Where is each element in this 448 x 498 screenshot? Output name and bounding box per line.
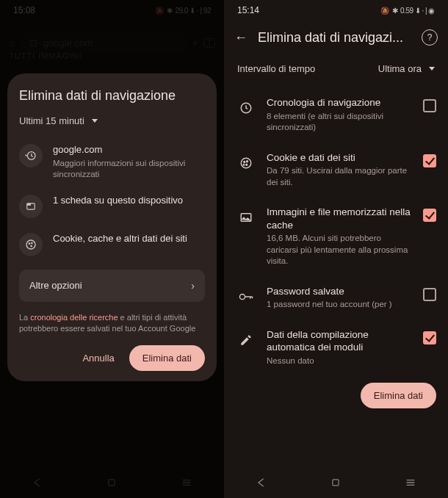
clear-data-modal: Elimina dati di navigazione Ultimi 15 mi… <box>7 73 217 381</box>
list-item[interactable]: Immagini e file memorizzati nella cache … <box>234 197 438 276</box>
cookies-row-label: Cookie, cache e altri dati dei siti <box>53 233 205 245</box>
svg-point-9 <box>241 158 251 168</box>
android-navbar <box>224 467 448 498</box>
site-domain: google.com <box>53 144 205 156</box>
list-item[interactable]: Cronologia di navigazione 8 elementi (e … <box>234 87 438 142</box>
time-range-dropdown[interactable]: Ultimi 15 minuti <box>19 115 205 126</box>
time-range-label: Intervallo di tempo <box>237 63 315 74</box>
svg-point-11 <box>247 160 248 162</box>
item-sub: 1 password nel tuo account (per ) <box>267 299 413 311</box>
screen-left-modal: 15:08 🔕✱29.0 ⬇︎ · | 92 ⌂ ⊡ google.com + … <box>0 0 224 498</box>
chevron-right-icon: › <box>191 280 195 292</box>
item-title: Cookie e dati dei siti <box>267 151 413 165</box>
modal-title: Elimina dati di navigazione <box>19 88 205 104</box>
item-checkbox[interactable] <box>423 154 436 167</box>
item-checkbox[interactable] <box>423 99 436 112</box>
tabs-row[interactable]: 1 scheda su questo dispositivo <box>19 187 205 225</box>
tab-icon <box>19 195 43 218</box>
back-icon[interactable]: ← <box>234 30 248 46</box>
key-icon <box>236 286 256 307</box>
svg-point-15 <box>239 294 245 299</box>
cookie-icon <box>236 153 256 173</box>
more-options-button[interactable]: Altre opzioni › <box>19 270 205 302</box>
item-checkbox[interactable] <box>423 331 436 344</box>
item-checkbox[interactable] <box>423 209 436 222</box>
status-time: 15:14 <box>237 5 259 15</box>
clock-icon <box>236 98 256 118</box>
chevron-down-icon <box>429 67 435 71</box>
svg-point-5 <box>32 242 32 243</box>
help-icon[interactable]: ? <box>422 29 438 46</box>
nav-home-icon[interactable] <box>321 474 350 491</box>
more-options-label: Altre opzioni <box>29 280 82 291</box>
edit-icon <box>236 330 256 350</box>
item-title: Dati della compilazione automatica dei m… <box>267 328 413 354</box>
confirm-button[interactable]: Elimina dati <box>361 383 436 408</box>
svg-point-13 <box>243 164 245 165</box>
clear-data-list: Cronologia di navigazione 8 elementi (e … <box>224 87 448 375</box>
disclaimer-text: La cronologia delle ricerche e altri tip… <box>19 312 205 335</box>
appbar-title: Elimina dati di navigazi... <box>258 30 411 46</box>
item-title: Password salvate <box>267 285 413 298</box>
svg-point-12 <box>246 164 248 165</box>
confirm-button[interactable]: Elimina dati <box>129 345 205 371</box>
list-item[interactable]: Password salvate 1 password nel tuo acco… <box>234 276 438 320</box>
status-icons: 🔕✱0.59 ⬇︎ · | ◉ <box>380 7 435 15</box>
item-sub: Nessun dato <box>267 356 413 367</box>
svg-rect-16 <box>333 480 339 486</box>
status-bar: 15:14 🔕✱0.59 ⬇︎ · | ◉ <box>224 0 448 21</box>
cookies-row[interactable]: Cookie, cache e altri dati dei siti <box>19 225 205 264</box>
svg-rect-2 <box>27 203 31 206</box>
cancel-button[interactable]: Annulla <box>72 345 124 371</box>
item-title: Immagini e file memorizzati nella cache <box>267 206 413 231</box>
nav-back-icon[interactable] <box>247 474 276 491</box>
appbar: ← Elimina dati di navigazi... ? <box>224 21 448 53</box>
site-sub: Maggiori informazioni sui dispositivi si… <box>53 158 205 180</box>
svg-point-6 <box>31 245 32 246</box>
svg-point-10 <box>244 161 245 162</box>
cookie-icon <box>19 233 43 256</box>
time-range-row[interactable]: Intervallo di tempo Ultima ora <box>224 53 448 87</box>
item-checkbox[interactable] <box>423 288 436 301</box>
image-icon <box>236 207 256 228</box>
tabs-row-label: 1 scheda su questo dispositivo <box>53 195 205 207</box>
time-range-value: Ultima ora <box>378 63 422 74</box>
screen-right-list: 15:14 🔕✱0.59 ⬇︎ · | ◉ ← Elimina dati di … <box>224 0 448 498</box>
history-icon <box>19 144 43 167</box>
svg-point-3 <box>26 240 35 249</box>
item-sub: 8 elementi (e altri sui dispositivi sinc… <box>267 111 413 134</box>
item-sub: Da 79 siti. Uscirai dalla maggior parte … <box>267 165 413 188</box>
svg-point-4 <box>29 243 29 244</box>
site-history-row[interactable]: google.com Maggiori informazioni sui dis… <box>19 137 205 187</box>
item-title: Cronologia di navigazione <box>267 96 413 109</box>
list-item[interactable]: Dati della compilazione automatica dei m… <box>234 320 438 376</box>
chevron-down-icon <box>92 119 98 123</box>
list-item[interactable]: Cookie e dati dei siti Da 79 siti. Uscir… <box>234 142 438 198</box>
item-sub: 16,6 MB. Alcuni siti potrebbero caricars… <box>267 233 413 267</box>
nav-recents-icon[interactable] <box>396 474 425 491</box>
time-range-label: Ultimi 15 minuti <box>19 115 84 126</box>
